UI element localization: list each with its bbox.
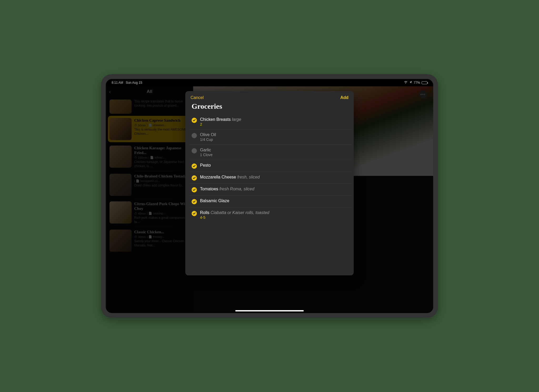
grocery-name: Garlic bbox=[200, 148, 350, 152]
modal-title: Groceries bbox=[185, 101, 354, 114]
grocery-quantity: 4-5 bbox=[200, 215, 350, 220]
grocery-item[interactable]: Chicken Breasts large2 bbox=[189, 114, 352, 130]
grocery-name: Rolls Ciabatta or Kaiser rolls, toasted bbox=[200, 210, 350, 215]
checkbox-checked-icon[interactable] bbox=[192, 211, 197, 216]
grocery-name: Pesto bbox=[200, 163, 350, 168]
add-button[interactable]: Add bbox=[340, 95, 348, 100]
grocery-name: Mozzarella Cheese fresh, sliced bbox=[200, 175, 350, 180]
cancel-button[interactable]: Cancel bbox=[191, 95, 204, 100]
checkbox-checked-icon[interactable] bbox=[192, 118, 197, 123]
grocery-item[interactable]: Pesto bbox=[189, 160, 352, 172]
grocery-quantity: 1 Clove bbox=[200, 153, 350, 157]
groceries-modal: Cancel Add Groceries Chicken Breasts lar… bbox=[185, 91, 354, 275]
grocery-item[interactable]: Garlic1 Clove bbox=[189, 145, 352, 160]
grocery-name: Tomatoes fresh Roma, sliced bbox=[200, 187, 350, 191]
grocery-quantity: 2 bbox=[200, 122, 350, 126]
checkbox-checked-icon[interactable] bbox=[192, 199, 197, 204]
grocery-list: Chicken Breasts large2Olive Oil1/4 CupGa… bbox=[185, 114, 354, 222]
grocery-name: Chicken Breasts large bbox=[200, 117, 350, 122]
grocery-item[interactable]: Balsamic Glaze bbox=[189, 196, 352, 207]
grocery-name: Balsamic Glaze bbox=[200, 199, 350, 203]
device-frame: 8:11 AM Sun Aug 15 77% ‹ All bbox=[101, 74, 438, 318]
grocery-item[interactable]: Tomatoes fresh Roma, sliced bbox=[189, 184, 352, 196]
checkbox-unchecked-icon[interactable] bbox=[192, 133, 197, 138]
grocery-name: Olive Oil bbox=[200, 132, 350, 137]
grocery-item[interactable]: Rolls Ciabatta or Kaiser rolls, toasted4… bbox=[189, 207, 352, 222]
grocery-item[interactable]: Olive Oil1/4 Cup bbox=[189, 130, 352, 145]
checkbox-checked-icon[interactable] bbox=[192, 187, 197, 192]
checkbox-checked-icon[interactable] bbox=[192, 163, 197, 169]
grocery-quantity: 1/4 Cup bbox=[200, 137, 350, 142]
checkbox-unchecked-icon[interactable] bbox=[192, 148, 197, 153]
grocery-item[interactable]: Mozzarella Cheese fresh, sliced bbox=[189, 172, 352, 184]
home-indicator[interactable] bbox=[235, 310, 304, 311]
checkbox-checked-icon[interactable] bbox=[192, 175, 197, 181]
screen: 8:11 AM Sun Aug 15 77% ‹ All bbox=[106, 79, 433, 313]
